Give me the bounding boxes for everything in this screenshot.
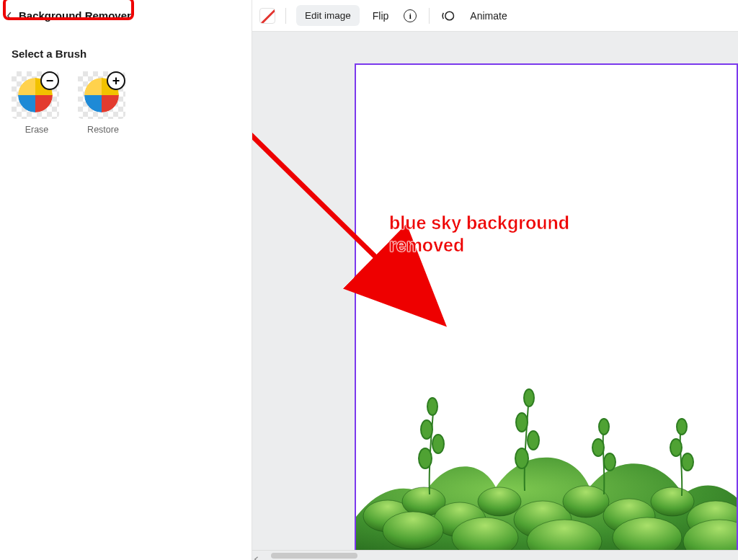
top-toolbar: Edit image Flip i Animate xyxy=(252,0,738,32)
flip-button[interactable]: Flip xyxy=(370,6,392,26)
sidebar: Background Remover Select a Brush − Eras… xyxy=(0,0,252,560)
brush-restore-thumb: + xyxy=(78,71,125,119)
animate-icon xyxy=(441,9,455,23)
animate-icon-button[interactable] xyxy=(440,7,457,25)
chevron-left-icon[interactable] xyxy=(4,11,14,21)
info-icon: i xyxy=(404,9,417,22)
image-canvas[interactable] xyxy=(355,63,738,560)
svg-point-10 xyxy=(383,512,443,549)
brush-restore[interactable]: + Restore xyxy=(78,71,128,135)
sidebar-body: Select a Brush − Erase + Restore xyxy=(0,32,252,151)
svg-point-25 xyxy=(604,453,615,471)
main-area: Edit image Flip i Animate xyxy=(252,0,738,560)
svg-point-19 xyxy=(524,389,534,406)
svg-point-0 xyxy=(445,12,454,20)
plus-icon: + xyxy=(107,71,125,90)
brush-erase[interactable]: − Erase xyxy=(12,71,62,135)
svg-point-18 xyxy=(419,448,432,468)
svg-point-17 xyxy=(432,435,444,453)
info-button[interactable]: i xyxy=(401,7,419,25)
scrollbar-thumb[interactable] xyxy=(271,553,357,559)
brush-restore-label: Restore xyxy=(78,125,128,135)
toolbar-divider xyxy=(285,8,286,24)
svg-point-22 xyxy=(515,448,528,468)
canvas-area[interactable]: blue sky background removed xyxy=(252,32,738,560)
edit-image-button[interactable]: Edit image xyxy=(296,5,360,26)
svg-point-15 xyxy=(427,398,437,415)
scroll-left-icon[interactable] xyxy=(254,552,261,559)
svg-point-27 xyxy=(670,439,682,456)
svg-point-20 xyxy=(516,413,528,432)
foreground-plants xyxy=(356,314,737,559)
svg-point-4 xyxy=(478,487,521,516)
svg-point-24 xyxy=(592,439,604,456)
sidebar-title: Background Remover xyxy=(14,6,135,25)
brush-erase-label: Erase xyxy=(12,125,62,135)
toolbar-divider xyxy=(429,8,430,24)
svg-point-6 xyxy=(563,486,609,517)
animate-button[interactable]: Animate xyxy=(467,6,510,26)
svg-point-23 xyxy=(599,419,609,435)
svg-point-28 xyxy=(682,453,693,471)
svg-point-8 xyxy=(651,487,694,516)
svg-point-16 xyxy=(421,420,432,439)
brush-section-label: Select a Brush xyxy=(12,48,240,60)
no-color-swatch[interactable] xyxy=(259,8,275,24)
sidebar-header: Background Remover xyxy=(0,0,252,32)
svg-point-26 xyxy=(677,419,687,435)
svg-point-21 xyxy=(528,431,539,450)
brush-erase-thumb: − xyxy=(12,71,59,119)
minus-icon: − xyxy=(40,71,59,90)
horizontal-scrollbar[interactable] xyxy=(252,550,738,560)
app-root: Background Remover Select a Brush − Eras… xyxy=(0,0,738,560)
brush-row: − Erase + Restore xyxy=(12,71,240,135)
